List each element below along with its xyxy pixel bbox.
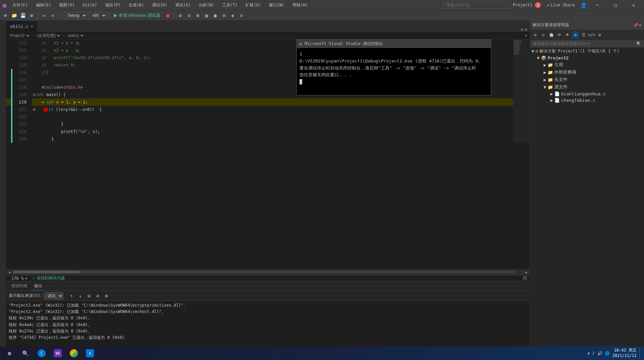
output-clear-btn[interactable]: ⊘	[94, 292, 102, 300]
breadcrumb-scope-select[interactable]: (全局范围)	[36, 33, 61, 38]
scroll-track[interactable]	[19, 271, 516, 273]
tree-file-bianlianggenhua[interactable]: ▶ 📄 bianlianggenhua.c	[530, 91, 644, 97]
tree-external-deps[interactable]: ▶ 📁 外部依赖项	[530, 69, 644, 76]
tree-solution[interactable]: ▼ ⊡ 解决方案'Project1'(1 个项目/共 1 个)	[530, 48, 644, 55]
toolbar-btn-7[interactable]: ◈	[229, 11, 237, 19]
tab-shili-c[interactable]: shili.c ✕	[6, 20, 38, 32]
sidebar-collapse-all[interactable]: ⊟	[532, 31, 539, 39]
output-down-btn[interactable]: ↓	[76, 292, 84, 300]
platform-select[interactable]: x86	[89, 12, 107, 19]
account-icon[interactable]: 👤	[580, 2, 587, 8]
output-up-btn[interactable]: ↑	[67, 292, 76, 300]
toolbar-btn-8[interactable]: ⊙	[237, 11, 245, 19]
undo-button[interactable]: ↩	[40, 11, 48, 19]
breadcrumb-function-select[interactable]: main()	[66, 33, 85, 38]
scroll-left-button[interactable]: ◀	[6, 270, 13, 274]
breadcrumb-sep-1: ›	[32, 33, 34, 38]
output-btn-3[interactable]: ⊡	[85, 292, 93, 300]
split-editor-button[interactable]: ⊟	[521, 27, 523, 32]
show-desktop-button[interactable]	[639, 348, 641, 359]
menu-build[interactable]: 生成(B)	[127, 2, 146, 9]
menu-git[interactable]: Git(G)	[81, 2, 99, 8]
restore-button[interactable]: □	[608, 0, 623, 10]
debug-console-content[interactable]: 1 D:\VS2019Cyuyan\Project1\Debug\Project…	[297, 48, 491, 95]
ln-112: 112	[12, 39, 27, 47]
debug-config-select[interactable]: Debug	[64, 12, 87, 19]
collapse-119[interactable]: ⊟	[32, 91, 37, 98]
menu-help[interactable]: 帮助(H)	[290, 2, 310, 9]
menu-window[interactable]: 窗口(W)	[267, 2, 286, 9]
menu-file[interactable]: 文件(F)	[10, 2, 30, 9]
tree-references[interactable]: ▶ 📁 引用	[530, 61, 644, 69]
sidebar-filter[interactable]: ⊞	[572, 31, 579, 39]
tab-errors[interactable]: 错误列表	[9, 282, 30, 290]
cortana-button[interactable]: C	[35, 347, 48, 359]
tab-close-shili-c[interactable]: ✕	[31, 24, 33, 29]
close-button[interactable]: ✕	[626, 0, 641, 10]
minimize-button[interactable]: ─	[590, 0, 605, 10]
sidebar-pin-button[interactable]: 📌	[633, 23, 638, 28]
toolbar-btn-1[interactable]: ⚙	[176, 11, 184, 19]
scroll-right-button[interactable]: ▶	[523, 270, 530, 274]
sidebar-search-input[interactable]	[533, 41, 636, 46]
new-file-button[interactable]: ⊕	[1, 11, 9, 19]
sidebar-show-all[interactable]: 👁	[564, 31, 571, 39]
menu-test[interactable]: 测试(S)	[173, 2, 193, 9]
editor-area[interactable]: 112 113 114 115 116 117 118 119 120 121 …	[6, 39, 530, 269]
zoom-dropdown-icon[interactable]: ▾	[25, 276, 27, 281]
menu-debug[interactable]: 调试(D)	[150, 2, 170, 9]
toolbar-btn-4[interactable]: ▤	[202, 11, 211, 19]
tree-file-chengfabiao[interactable]: ▶ 📄 chengfabiao.c	[530, 97, 644, 103]
save-button[interactable]: 💾	[19, 11, 27, 19]
live-share-button[interactable]: ↗ Live Share	[544, 2, 578, 8]
menu-analyze[interactable]: 分析(N)	[197, 2, 216, 9]
sidebar-props[interactable]: ☰	[580, 31, 587, 39]
menu-extensions[interactable]: 扩展(X)	[243, 2, 263, 9]
output-line-0: "Project2.exe" (Win32): 已加载 "C:\Windows\…	[9, 302, 527, 309]
sidebar-sync[interactable]: ⟳	[556, 31, 563, 39]
collapse-121[interactable]: ⊟	[32, 106, 37, 113]
sidebar-home[interactable]: 🏠	[548, 31, 555, 39]
toolbar-btn-3[interactable]: ⊞	[194, 11, 202, 19]
output-settings-btn[interactable]: ⚙	[102, 292, 110, 300]
redo-button[interactable]: ↪	[49, 11, 57, 19]
tree-headers[interactable]: ▶ 📁 头文件	[530, 76, 644, 83]
tree-project[interactable]: ▼ 📦 Project2	[530, 55, 644, 61]
toolbar-btn-5[interactable]: ▣	[211, 11, 219, 19]
output-content[interactable]: "Project2.exe" (Win32): 已加载 "C:\Windows\…	[6, 301, 530, 347]
sidebar-view-code[interactable]: </>	[588, 31, 595, 39]
extra-app-button[interactable]: A	[83, 347, 97, 359]
sidebar-close-button[interactable]: ✕	[639, 23, 641, 28]
save-all-button[interactable]: ⊞	[28, 11, 36, 19]
sidebar-refresh[interactable]: ↻	[540, 31, 547, 39]
menu-view[interactable]: 视图(V)	[57, 2, 77, 9]
editor-settings-button[interactable]: ⚙	[525, 27, 527, 32]
source-files-label: 源文件	[554, 84, 567, 90]
search-taskbar-button[interactable]: 🔍	[19, 347, 32, 359]
run-debugger-button[interactable]: ▶ 本地 Windows 调试器	[111, 12, 163, 19]
menu-edit[interactable]: 编辑(E)	[34, 2, 53, 9]
toolbar-btn-6[interactable]: ⊟	[220, 11, 228, 19]
references-arrow: ▶	[542, 62, 548, 68]
open-file-button[interactable]: 📁	[10, 11, 18, 19]
scroll-thumb[interactable]	[13, 271, 80, 273]
menu-project[interactable]: 项目(P)	[103, 2, 123, 9]
output-source-select[interactable]: 调试	[44, 292, 63, 300]
chrome-taskbar-button[interactable]	[67, 347, 81, 359]
add-file-button[interactable]: +	[525, 33, 527, 38]
stop-debug-button[interactable]: ■	[164, 11, 172, 19]
tab-output[interactable]: 输出	[32, 282, 45, 290]
vs-taskbar-button[interactable]: VS	[51, 347, 64, 359]
tree-source-files[interactable]: ▼ 📁 源文件	[530, 83, 644, 91]
start-button[interactable]: ⊞	[3, 347, 16, 359]
notification-badge[interactable]: 2	[535, 2, 541, 8]
sidebar-settings[interactable]: ⚙	[596, 31, 603, 39]
sidebar-search-icon[interactable]: 🔍	[636, 41, 641, 46]
menu-tools[interactable]: 工具(T)	[220, 2, 240, 9]
toolbar-btn-2[interactable]: ⊡	[185, 11, 193, 19]
breadcrumb-project-select[interactable]: Project2	[9, 33, 31, 38]
global-search-input[interactable]	[443, 1, 510, 9]
output-line-2: 线程 0x239c 已退出，返回值为 0 (0x0)。	[9, 315, 527, 321]
title-bar-right: Project1 2 ↗ Live Share 👤 ─ □ ✕	[513, 0, 641, 10]
code-line-122	[32, 113, 513, 121]
